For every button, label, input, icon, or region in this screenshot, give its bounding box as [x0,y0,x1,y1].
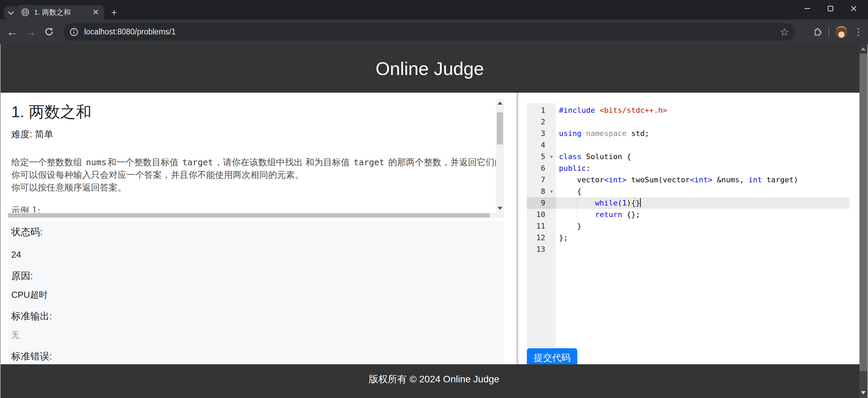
toolbar-right-cluster: ⋮ [812,23,863,41]
tab-title: 1. 两数之和 [34,7,90,17]
tab-strip: 1. 两数之和 ✕ + [0,0,868,19]
profile-avatar[interactable] [835,26,848,38]
globe-favicon-icon [21,8,30,17]
back-button[interactable]: ← [4,24,20,40]
tab-search-button[interactable] [4,6,18,19]
code-line[interactable] [556,139,857,151]
scroll-up-arrow-icon[interactable] [498,102,502,105]
page-scrollbar[interactable] [859,44,867,398]
code-line[interactable]: using namespace std; [556,128,857,139]
scroll-down-arrow-icon[interactable] [498,207,502,210]
problem-statement-line3: 你可以按任意顺序返回答案。 [11,181,492,194]
code-line[interactable]: return {}; [556,209,857,220]
window-close-button[interactable] [842,0,865,17]
menu-dots-icon[interactable]: ⋮ [854,27,863,37]
window-minimize-button[interactable] [796,0,819,17]
reason-value: CPU超时 [11,289,504,300]
stdout-value: 无 [11,330,504,340]
description-horizontal-scrollbar[interactable] [8,213,504,218]
status-code-value: 24 [11,249,504,260]
scrollbar-up-button[interactable] [859,44,867,53]
page-content: Online Judge 1. 两数之和 难度: 简单 给定一个整数数组 num… [0,44,868,398]
window-left-edge [0,44,1,398]
reload-button[interactable] [41,24,57,40]
gutter-line-number: 8▾ [527,186,556,197]
column-divider [516,93,518,398]
new-tab-button[interactable]: + [108,7,120,18]
indent-guide [577,198,577,208]
gutter-line-number: 6 [527,163,556,174]
code-line[interactable]: vector<int> twoSum(vector<int> &nums, in… [556,174,857,186]
code-line[interactable]: #include <bits/stdc++.h> [556,105,857,116]
vertical-scrollbar-thumb[interactable] [497,112,503,144]
indent-guide [577,210,577,220]
site-header: Online Judge [0,44,859,93]
problem-difficulty: 难度: 简单 [11,128,492,140]
scrollbar-down-button[interactable] [859,388,867,397]
gutter-line-number: 11 [527,220,556,232]
reload-icon [44,27,54,36]
inline-code: target [353,157,385,167]
horizontal-scrollbar-thumb[interactable] [8,213,490,217]
chevron-down-icon [7,11,14,15]
url-text[interactable]: localhost:8080/problems/1 [84,27,780,36]
gutter-line-number: 5▾ [527,151,556,163]
address-bar[interactable]: localhost:8080/problems/1 ☆ [63,23,795,41]
reason-label: 原因: [11,270,504,282]
problem-statement-line1: 给定一个整数数组 nums和一个整数目标值 target，请你在该数组中找出 和… [11,156,492,169]
judge-result-panel: 状态码: 24 原因: CPU超时 标准输出: 无 标准错误: [8,221,504,365]
window-maximize-button[interactable] [819,0,842,17]
extensions-icon[interactable] [812,27,822,37]
browser-tab[interactable]: 1. 两数之和 ✕ [16,5,104,19]
gutter-line-number: 10 [527,209,556,220]
code-line[interactable]: class Solution { [556,151,857,163]
minimize-icon [803,4,811,13]
problem-description-content: 1. 两数之和 难度: 简单 给定一个整数数组 nums和一个整数目标值 tar… [11,102,492,216]
site-title: Online Judge [376,58,484,79]
copyright-text: 版权所有 © 2024 Online Judge [369,373,499,398]
site-footer: 版权所有 © 2024 Online Judge [0,364,868,398]
maximize-icon [826,4,835,13]
text-cursor [640,198,641,207]
gutter-line-number: 13 [527,244,556,255]
browser-window: 1. 两数之和 ✕ + ← → [0,0,868,398]
gutter-line-number: 1 [527,105,556,116]
status-code-label: 状态码: [11,226,504,238]
page-scrollbar-thumb[interactable] [859,53,867,371]
code-line[interactable] [556,244,857,255]
code-line[interactable]: }; [556,232,857,244]
problem-description-panel: 1. 两数之和 难度: 简单 给定一个整数数组 nums和一个整数目标值 tar… [8,99,504,218]
code-line[interactable]: { [556,186,857,197]
gutter-line-number: 9 [527,197,556,209]
gutter-line-number: 3 [527,128,556,139]
problem-statement-line2: 你可以假设每种输入只会对应一个答案，并且你不能使用两次相同的元素。 [11,169,492,181]
scroll-up-arrow-icon [861,47,866,50]
toolbar-divider [828,27,829,37]
problem-title: 1. 两数之和 [11,102,492,121]
close-icon [850,4,858,13]
inline-code: nums [85,157,107,167]
stderr-label: 标准错误: [11,351,504,362]
gutter-line-number: 2 [527,116,556,128]
browser-toolbar: ← → localhost:8080/problems/1 ☆ ⋮ [0,19,868,44]
editor-gutter: 12345▾678▾910111213 [527,103,556,348]
inline-code: target [181,157,214,167]
window-controls [796,0,865,17]
code-line[interactable]: while(1){} [556,197,850,209]
fold-arrow-icon[interactable]: ▾ [550,186,553,197]
forward-button[interactable]: → [23,24,39,40]
site-info-icon[interactable] [69,27,79,37]
scroll-down-arrow-icon [861,391,866,394]
gutter-line-number: 4 [527,139,556,151]
code-line[interactable]: } [556,220,857,232]
code-line[interactable]: public: [556,163,857,174]
code-editor[interactable]: 12345▾678▾910111213 #include <bits/stdc+… [527,103,857,348]
gutter-line-number: 12 [527,232,556,244]
tab-close-icon[interactable]: ✕ [92,8,99,16]
gutter-line-number: 7 [527,174,556,186]
description-vertical-scrollbar[interactable] [496,99,504,213]
bookmark-star-icon[interactable]: ☆ [780,26,789,38]
code-line[interactable] [556,116,857,128]
editor-code-area[interactable]: #include <bits/stdc++.h>using namespace … [556,105,857,255]
fold-arrow-icon[interactable]: ▾ [550,151,553,163]
